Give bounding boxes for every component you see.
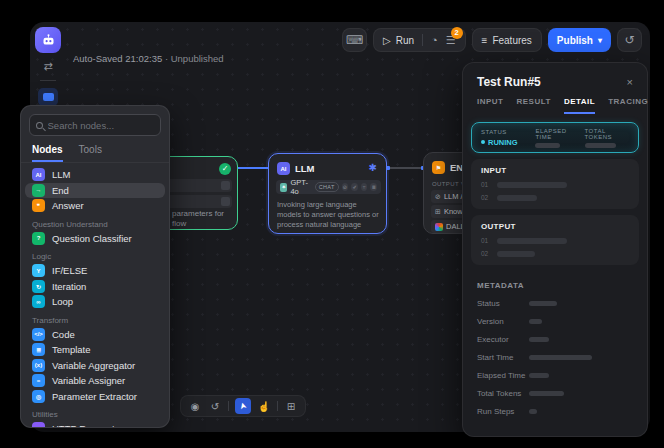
publish-button[interactable]: Publish ▾ <box>548 28 611 52</box>
test-run-panel: Test Run#5 × INPUT RESULT DETAIL TRACING… <box>462 62 648 437</box>
variable-label: LLM / <box>444 192 463 201</box>
tab-tools[interactable]: Tools <box>79 144 102 162</box>
publish-label: Publish <box>557 35 593 46</box>
openai-icon: ✶ <box>280 183 287 192</box>
pointer-mode-button[interactable]: ➤ <box>235 398 251 414</box>
keyboard-icon: ⌨ <box>346 33 363 47</box>
checklist-button[interactable]: ☰ 2 <box>446 34 456 47</box>
autosave-text: Auto-Saved 21:02:35 <box>73 53 162 64</box>
features-button[interactable]: ≡ Features <box>472 28 542 52</box>
llm-node-title: LLM <box>295 163 315 174</box>
capability-icon: ≣ <box>370 183 377 191</box>
close-icon[interactable]: × <box>627 76 633 88</box>
node-list: AI LLM → End ❞ Answer Question Understan… <box>21 163 169 428</box>
tab-detail[interactable]: DETAIL <box>564 97 595 114</box>
tab-input[interactable]: INPUT <box>477 97 504 114</box>
model-name: GPT-4o <box>290 178 311 196</box>
section-transform: Transform <box>25 310 165 327</box>
run-button[interactable]: ▷ Run <box>383 35 414 46</box>
pointer-icon: ➤ <box>234 400 251 411</box>
rail-divider <box>40 80 56 81</box>
autosave-status: Auto-Saved 21:02:35 · Unpublished <box>73 53 224 64</box>
metadata-skeleton <box>529 355 592 360</box>
toolbar-divider <box>228 401 229 411</box>
app-logo[interactable] <box>35 27 61 53</box>
elapsed-skeleton <box>535 143 560 148</box>
iteration-icon: ↻ <box>32 280 45 293</box>
tab-nodes[interactable]: Nodes <box>32 144 63 162</box>
input-skeleton <box>497 195 537 201</box>
loop-icon: ∞ <box>32 295 45 308</box>
features-label: Features <box>492 35 531 46</box>
version-history-button[interactable]: ↺ <box>617 28 642 52</box>
undo-icon[interactable]: ↺ <box>208 401 222 412</box>
schedule-button[interactable]: ◔ <box>431 34 438 46</box>
node-item-variable-aggregator[interactable]: (x) Variable Aggregator <box>25 358 165 374</box>
section-logic: Logic <box>25 246 165 263</box>
metadata-skeleton <box>529 409 537 414</box>
node-item-loop[interactable]: ∞ Loop <box>25 294 165 310</box>
success-check-icon: ✓ <box>219 163 231 175</box>
node-item-end[interactable]: → End <box>25 183 165 199</box>
canvas-control-icon[interactable]: ◉ <box>188 401 202 412</box>
history-icon: ↺ <box>624 33 634 47</box>
variable-icon: ⊘ <box>435 193 441 201</box>
model-selector[interactable]: ✶ GPT-4o CHAT ⊘ ✐ ⌗ ≣ <box>276 180 381 194</box>
metadata-skeleton <box>529 373 549 378</box>
node-item-ifelse[interactable]: Y IF/ELSE <box>25 263 165 279</box>
capability-icon: ⊘ <box>342 183 349 191</box>
run-panel-title: Test Run#5 <box>477 75 541 89</box>
preview-icon[interactable] <box>38 88 58 106</box>
node-item-iteration[interactable]: ↻ Iteration <box>25 279 165 295</box>
publish-state: Unpublished <box>171 53 224 64</box>
node-item-variable-assigner[interactable]: = Variable Assigner <box>25 373 165 389</box>
features-icon: ≡ <box>482 35 488 46</box>
input-card: INPUT 01 02 <box>471 159 639 209</box>
gear-icon[interactable]: ✱ <box>369 162 377 173</box>
search-input[interactable] <box>48 120 154 131</box>
node-item-parameter-extractor[interactable]: ◎ Parameter Extractor <box>25 389 165 405</box>
output-card: OUTPUT 01 02 <box>471 215 639 265</box>
ifelse-icon: Y <box>32 264 45 277</box>
swap-icon[interactable]: ⇄ <box>43 60 52 73</box>
tab-result[interactable]: RESULT <box>517 97 551 114</box>
robot-icon <box>41 33 56 48</box>
elapsed-time-label: ELAPSED TIME <box>535 128 584 140</box>
variable-icon: ⊞ <box>435 208 441 216</box>
http-icon: ⋯ <box>32 422 45 428</box>
assigner-icon: = <box>32 374 45 387</box>
metadata-section: METADATA Status Version Executor Start T… <box>463 265 647 416</box>
classifier-icon: ? <box>32 232 45 245</box>
node-item-code[interactable]: </> Code <box>25 327 165 343</box>
node-item-template[interactable]: ≣ Template <box>25 342 165 358</box>
edge-start-llm <box>238 167 268 169</box>
total-tokens-label: TOTAL TOKENS <box>585 128 629 140</box>
metadata-label: METADATA <box>477 281 633 290</box>
end-icon: ⚑ <box>432 161 445 174</box>
status-label: STATUS <box>481 129 535 135</box>
group-divider <box>422 34 423 46</box>
search-box[interactable] <box>29 114 161 136</box>
node-item-question-classifier[interactable]: ? Question Classifier <box>25 231 165 247</box>
status-card: STATUS RUNING ELAPSED TIME TOTAL TOKENS <box>471 122 639 153</box>
node-item-answer[interactable]: ❞ Answer <box>25 198 165 214</box>
node-item-llm[interactable]: AI LLM <box>25 167 165 183</box>
left-rail: ⇄ <box>34 27 62 106</box>
start-node-description: parameters for flow <box>172 209 224 229</box>
llm-node[interactable]: AI LLM ✱ ✶ GPT-4o CHAT ⊘ ✐ ⌗ ≣ Invoking … <box>268 153 387 234</box>
hand-mode-button[interactable]: ☝ <box>257 401 271 412</box>
title-divider: · <box>165 53 168 64</box>
chat-badge: CHAT <box>315 182 339 192</box>
run-icon: ▷ <box>383 35 391 46</box>
tokens-skeleton <box>585 143 616 148</box>
search-icon <box>36 122 43 129</box>
llm-icon: AI <box>277 162 290 175</box>
keyboard-shortcuts-button[interactable]: ⌨ <box>342 28 367 52</box>
run-panel-tabs: INPUT RESULT DETAIL TRACING <box>463 97 647 114</box>
node-item-http-request[interactable]: ⋯ HTTP Request <box>25 421 165 428</box>
answer-icon: ❞ <box>32 199 45 212</box>
section-utilities: Utilities <box>25 404 165 421</box>
tab-tracing[interactable]: TRACING <box>608 97 648 114</box>
run-label: Run <box>396 35 414 46</box>
organize-icon[interactable]: ⊞ <box>284 401 298 412</box>
